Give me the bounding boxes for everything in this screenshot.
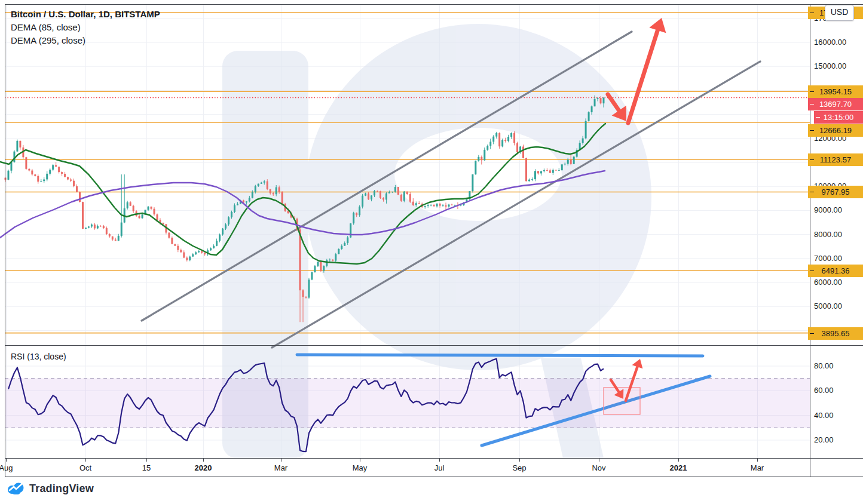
rsi-resistance-trendline [297,355,703,356]
time-axis-label: Jul [423,463,456,472]
price-level-badge: 3895.65 [808,327,863,340]
price-level-badge: 13954.15 [808,85,863,98]
time-axis-label: Mar [740,463,774,472]
currency-toggle-button[interactable]: USD [825,5,854,21]
tradingview-logo-text: TradingView [29,483,94,495]
chart-canvas[interactable] [0,0,863,504]
tradingview-logo[interactable]: TradingView [7,482,94,495]
time-axis-label: Nov [582,463,616,472]
price-axis-label: 9000.00 [814,205,842,214]
current-price-badge: 13697.70 [808,98,863,110]
price-level-badge: 6491.36 [808,265,863,277]
forecast-arrow [628,30,657,123]
price-level-badge: 12666.19 [808,124,863,137]
price-level-badge: 11123.57 [808,153,863,166]
rsi-indicator-label[interactable]: RSI (13, close) [11,352,66,361]
time-axis-label: 2021 [662,463,695,472]
indicator-label-dema295[interactable]: DEMA (295, close) [11,34,160,47]
time-axis-label: 15 [130,463,163,472]
symbol-title[interactable]: Bitcoin / U.S. Dollar, 1D, BITSTAMP [11,8,160,21]
price-axis-label: 16000.00 [814,38,846,47]
price-axis-label: 6000.00 [814,278,842,287]
indicator-label-dema85[interactable]: DEMA (85, close) [11,21,160,34]
price-axis-label: 15000.00 [814,62,846,70]
price-axis-label: 5000.00 [814,302,842,311]
tradingview-cloud-icon [7,482,25,495]
chart-window: Bitcoin / U.S. Dollar, 1D, BITSTAMP DEMA… [0,0,863,504]
price-axis-label: 8000.00 [814,230,842,239]
time-axis-label: Mar [264,463,298,472]
rsi-axis-label: 80.00 [814,361,834,370]
time-axis-label: Oct [69,463,102,472]
price-level-badge: 9767.95 [808,186,863,198]
rsi-axis-label: 40.00 [814,411,834,420]
price-axis-label: 7000.00 [814,254,842,263]
rsi-axis-label: 60.00 [814,386,834,395]
rsi-band [5,379,810,428]
chart-legend: Bitcoin / U.S. Dollar, 1D, BITSTAMP DEMA… [11,8,160,47]
rsi-axis-label: 20.00 [814,435,834,444]
time-axis-label: May [343,463,377,472]
countdown-badge: 13:15:00 [814,111,863,124]
time-axis-label: 2020 [186,463,220,472]
time-axis-label: Sep [503,463,536,472]
time-axis-label: Aug [0,463,23,472]
